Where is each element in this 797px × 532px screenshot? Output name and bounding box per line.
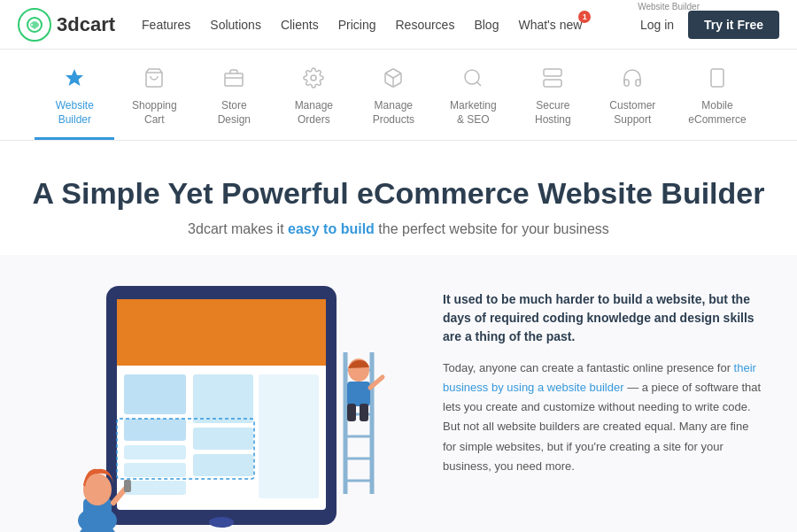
svg-rect-22 [124, 463, 186, 477]
content-section: It used to be much harder to build a web… [0, 255, 797, 532]
whats-new-badge: 1 [578, 11, 591, 23]
svg-line-9 [477, 82, 481, 86]
svg-rect-14 [711, 69, 723, 87]
svg-point-28 [209, 517, 234, 528]
content-body: Today, anyone can create a fantastic onl… [443, 359, 762, 476]
nav-links: Features Solutions Clients Pricing Resou… [142, 18, 640, 32]
store-icon [223, 67, 244, 94]
svg-rect-25 [193, 428, 253, 450]
nav-pricing[interactable]: Pricing [338, 18, 376, 32]
svg-rect-47 [347, 404, 356, 421]
tab-mobile-ecommerce-label: MobileeCommerce [688, 99, 746, 127]
svg-rect-10 [544, 69, 561, 76]
tab-store-design[interactable]: StoreDesign [194, 60, 274, 140]
tab-marketing-seo[interactable]: Marketing& SEO [433, 60, 513, 140]
logo-icon [18, 8, 51, 42]
text-content: It used to be much harder to build a web… [443, 273, 762, 476]
svg-point-8 [465, 70, 479, 84]
gear-icon [303, 67, 324, 94]
svg-rect-45 [347, 382, 370, 406]
content-lead: It used to be much harder to build a web… [443, 290, 762, 346]
tab-shopping-cart[interactable]: ShoppingCart [114, 60, 194, 140]
nav-resources[interactable]: Resources [395, 18, 454, 32]
navbar: 3dcart Features Solutions Clients Pricin… [0, 0, 797, 50]
tab-manage-orders-label: ManageOrders [295, 99, 333, 127]
svg-rect-35 [124, 480, 131, 492]
illustration-svg [35, 273, 407, 532]
tab-customer-support[interactable]: CustomerSupport [592, 60, 672, 140]
tab-secure-hosting[interactable]: SecureHosting [513, 60, 592, 140]
svg-rect-20 [124, 419, 186, 441]
tab-website-builder[interactable]: WebsiteBuilder [35, 60, 114, 140]
svg-rect-24 [193, 374, 253, 423]
tab-manage-products-label: ManageProducts [373, 99, 414, 127]
tab-manage-orders[interactable]: ManageOrders [274, 60, 353, 140]
svg-rect-4 [225, 73, 243, 86]
svg-rect-48 [360, 404, 368, 421]
hero-title: A Simple Yet Powerful eCommerce Website … [18, 176, 779, 211]
svg-rect-23 [124, 481, 186, 495]
svg-rect-19 [124, 374, 186, 414]
svg-rect-18 [117, 299, 326, 366]
cart-icon [143, 67, 165, 94]
tab-manage-products[interactable]: ManageProducts [353, 60, 433, 140]
nav-whats-new[interactable]: What's new 1 [518, 18, 582, 32]
nav-clients[interactable]: Clients [281, 18, 319, 32]
svg-rect-11 [544, 80, 561, 87]
logo-text: 3dcart [57, 13, 115, 36]
tab-customer-support-label: CustomerSupport [609, 99, 655, 127]
tab-marketing-seo-label: Marketing& SEO [450, 99, 497, 127]
illustration [35, 273, 407, 532]
headset-icon [622, 67, 643, 94]
tab-website-builder-label: WebsiteBuilder [56, 99, 94, 127]
tab-secure-hosting-label: SecureHosting [535, 99, 571, 127]
feature-tabs: WebsiteBuilder ShoppingCart StoreDesign [0, 50, 797, 141]
hero-section: A Simple Yet Powerful eCommerce Website … [0, 141, 797, 255]
hero-subtitle: 3dcart makes it easy to build the perfec… [18, 221, 779, 237]
svg-marker-2 [66, 69, 83, 86]
nav-features[interactable]: Features [142, 18, 190, 32]
svg-point-1 [31, 24, 33, 26]
nav-solutions[interactable]: Solutions [210, 18, 261, 32]
server-icon [542, 67, 563, 94]
login-link[interactable]: Log in [640, 18, 674, 32]
svg-point-6 [311, 75, 316, 81]
nav-blog[interactable]: Blog [474, 18, 499, 32]
smartphone-icon [707, 67, 728, 94]
logo[interactable]: 3dcart [18, 8, 115, 42]
search-icon [462, 67, 484, 94]
tab-shopping-cart-label: ShoppingCart [132, 99, 177, 127]
svg-rect-21 [124, 445, 186, 459]
website-builder-label: Website Builder [638, 2, 700, 12]
tab-store-design-label: StoreDesign [218, 99, 251, 127]
try-free-button[interactable]: Try it Free [688, 11, 779, 39]
star-icon [64, 67, 85, 94]
svg-rect-26 [193, 454, 253, 476]
svg-rect-27 [259, 374, 319, 498]
tab-mobile-ecommerce[interactable]: MobileeCommerce [672, 60, 762, 140]
nav-right: Log in Try it Free [640, 11, 779, 39]
box-icon [383, 67, 404, 94]
